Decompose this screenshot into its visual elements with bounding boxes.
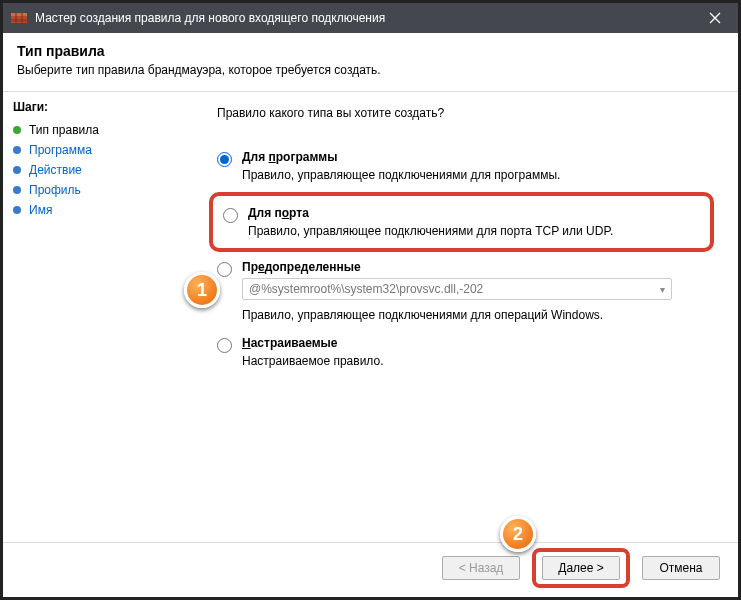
step-profile[interactable]: Профиль <box>13 180 193 200</box>
option-custom[interactable]: Настраиваемые Настраиваемое правило. <box>213 332 714 372</box>
radio-program[interactable] <box>217 152 232 167</box>
step-action[interactable]: Действие <box>13 160 193 180</box>
svg-rect-2 <box>11 19 27 22</box>
predefined-select[interactable]: @%systemroot%\system32\provsvc.dll,-202 … <box>242 278 672 300</box>
highlight-next: Далее > <box>532 548 630 588</box>
step-label: Действие <box>29 163 82 177</box>
main-panel: Правило какого типа вы хотите создать? Д… <box>203 92 738 542</box>
option-port[interactable]: Для порта Правило, управляющее подключен… <box>219 202 704 242</box>
radio-predefined[interactable] <box>217 262 232 277</box>
next-button[interactable]: Далее > <box>542 556 620 580</box>
wizard-body: Шаги: Тип правила Программа Действие Про… <box>3 92 738 542</box>
option-custom-label: Настраиваемые <box>242 336 383 350</box>
step-label: Программа <box>29 143 92 157</box>
bullet-icon <box>13 186 21 194</box>
close-button[interactable] <box>692 3 738 33</box>
radio-port[interactable] <box>223 208 238 223</box>
step-label: Профиль <box>29 183 81 197</box>
step-label: Имя <box>29 203 52 217</box>
page-subtitle: Выберите тип правила брандмауэра, которо… <box>17 63 724 77</box>
question-text: Правило какого типа вы хотите создать? <box>217 106 714 120</box>
firewall-icon <box>11 10 27 26</box>
bullet-icon <box>13 166 21 174</box>
cancel-button[interactable]: Отмена <box>642 556 720 580</box>
option-program[interactable]: Для программы Правило, управляющее подкл… <box>213 146 714 186</box>
option-port-desc: Правило, управляющее подключениями для п… <box>248 224 613 238</box>
radio-custom[interactable] <box>217 338 232 353</box>
svg-rect-1 <box>11 13 27 16</box>
window-title: Мастер создания правила для нового входя… <box>35 11 692 25</box>
page-title: Тип правила <box>17 43 724 59</box>
titlebar: Мастер создания правила для нового входя… <box>3 3 738 33</box>
steps-title: Шаги: <box>13 100 193 114</box>
close-icon <box>709 12 721 24</box>
option-program-desc: Правило, управляющее подключениями для п… <box>242 168 560 182</box>
option-custom-desc: Настраиваемое правило. <box>242 354 383 368</box>
bullet-icon <box>13 126 21 134</box>
option-predefined-desc: Правило, управляющее подключениями для о… <box>242 308 682 322</box>
wizard-footer: < Назад Далее > Отмена <box>3 542 738 592</box>
chevron-down-icon: ▾ <box>660 284 665 295</box>
step-name[interactable]: Имя <box>13 200 193 220</box>
step-rule-type[interactable]: Тип правила <box>13 120 193 140</box>
step-program[interactable]: Программа <box>13 140 193 160</box>
option-program-label: Для программы <box>242 150 560 164</box>
annotation-callout-2: 2 <box>500 516 536 552</box>
step-label: Тип правила <box>29 123 99 137</box>
option-predefined[interactable]: Предопределенные @%systemroot%\system32\… <box>213 256 714 326</box>
predefined-select-value: @%systemroot%\system32\provsvc.dll,-202 <box>249 282 483 296</box>
steps-panel: Шаги: Тип правила Программа Действие Про… <box>3 92 203 542</box>
bullet-icon <box>13 146 21 154</box>
highlight-port: Для порта Правило, управляющее подключен… <box>209 192 714 252</box>
bullet-icon <box>13 206 21 214</box>
annotation-callout-1: 1 <box>184 272 220 308</box>
wizard-header: Тип правила Выберите тип правила брандма… <box>3 33 738 85</box>
back-button[interactable]: < Назад <box>442 556 520 580</box>
option-predefined-label: Предопределенные <box>242 260 682 274</box>
option-port-label: Для порта <box>248 206 613 220</box>
